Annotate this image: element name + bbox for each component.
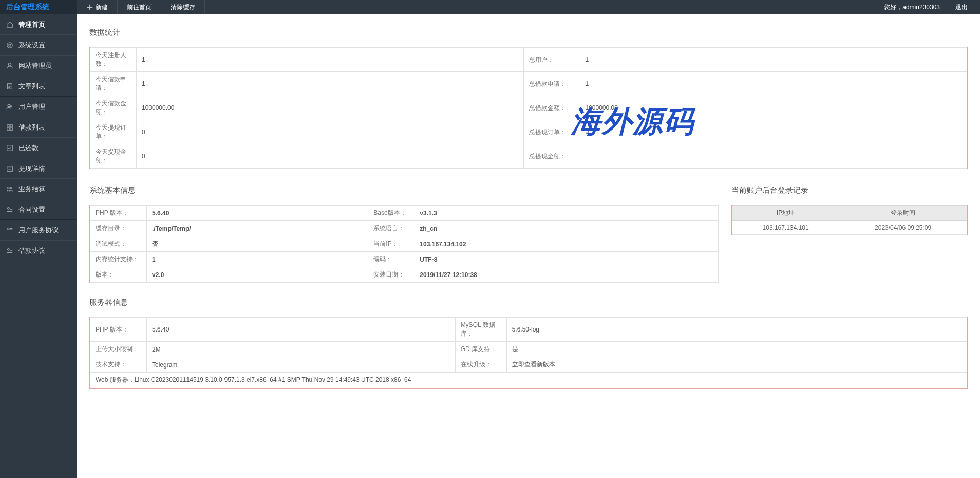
sysbasic-label: 内存统计支持： [90, 252, 147, 267]
sidebar-item-site-admin[interactable]: 网站管理员 [0, 56, 77, 76]
server-label: 上传大小限制： [90, 342, 147, 357]
sidebar-item-label: 业务结算 [18, 185, 45, 194]
sysbasic-value: 2019/11/27 12:10:38 [414, 267, 719, 283]
server-label: GD 库支持： [455, 342, 506, 357]
server-section-title: 服务器信息 [89, 298, 968, 307]
sidebar-item-label: 文章列表 [18, 82, 45, 91]
sidebar-item-loan-agreement[interactable]: 借款协议 [0, 241, 77, 261]
sysbasic-value: v3.1.3 [414, 206, 719, 221]
sysbasic-label: 安装日期： [368, 267, 414, 283]
stats-value: 1000000.00 [580, 96, 967, 120]
sysbasic-value: 103.167.134.102 [414, 236, 719, 252]
svg-point-14 [8, 207, 10, 209]
svg-rect-6 [7, 124, 9, 126]
stats-value: 1 [137, 48, 524, 72]
server-label: 技术支持： [90, 357, 147, 373]
sysbasic-label: 编码： [368, 252, 414, 267]
logout-button[interactable]: 退出 [955, 3, 968, 12]
sysbasic-value: v2.0 [147, 267, 368, 283]
sidebar-item-article-list[interactable]: 文章列表 [0, 76, 77, 97]
stats-label: 今天借款申请： [90, 72, 137, 96]
sysbasic-table: PHP 版本：5.6.40Base版本：v3.1.3缓存目录：./Temp/Te… [90, 205, 719, 283]
login-table: IP地址 登录时间 103.167.134.1012023/04/06 09:2… [732, 205, 967, 235]
clear-cache-label: 清除缓存 [171, 3, 195, 12]
sidebar-item-system-settings[interactable]: 系统设置 [0, 35, 77, 56]
server-value: 5.6.50-log [506, 318, 967, 342]
svg-point-15 [8, 228, 10, 230]
sysbasic-row: 调试模式：否当前IP：103.167.134.102 [90, 236, 719, 252]
stats-label: 今天注册人数： [90, 48, 137, 72]
sysbasic-row: PHP 版本：5.6.40Base版本：v3.1.3 [90, 206, 719, 221]
sidebar-item-label: 提现详情 [18, 164, 45, 173]
sidebar: 管理首页 系统设置 网站管理员 文章列表 用户管理 借款列表 已还款 提现详情 [0, 14, 77, 478]
home-icon [6, 21, 13, 28]
team-icon [6, 186, 13, 193]
sidebar-item-label: 用户管理 [18, 102, 45, 112]
sidebar-item-label: 借款协议 [18, 246, 45, 255]
sysbasic-value: UTF-8 [414, 252, 719, 267]
sysbasic-label: PHP 版本： [90, 206, 147, 221]
stats-value: 1 [580, 48, 967, 72]
server-value[interactable]: 立即查看新版本 [506, 357, 967, 373]
gear-icon [6, 42, 13, 49]
stats-value: 0 [137, 120, 524, 144]
document-icon [6, 83, 13, 90]
sidebar-item-user-manage[interactable]: 用户管理 [0, 97, 77, 117]
svg-point-0 [9, 44, 11, 46]
stats-value: 1 [580, 72, 967, 96]
plus-icon [86, 4, 93, 11]
loginrec-section-title: 当前账户后台登录记录 [731, 186, 968, 195]
svg-point-4 [8, 104, 10, 106]
server-value: 是 [506, 342, 967, 357]
stats-value: 1000000.00 [137, 96, 524, 120]
server-value[interactable]: Telegram [147, 357, 456, 373]
new-button[interactable]: 新建 [77, 0, 118, 14]
main-content: 海外源码 数据统计 今天注册人数：1总用户：1今天借款申请：1总借款申请：1今天… [77, 14, 980, 478]
stats-label: 总用户： [523, 48, 580, 72]
server-value: 5.6.40 [147, 318, 456, 342]
sidebar-item-user-agreement[interactable]: 用户服务协议 [0, 220, 77, 241]
stats-label: 今天提现订单： [90, 120, 137, 144]
server-value: 2M [147, 342, 456, 357]
stats-row: 今天提现金额：0总提现金额： [90, 144, 967, 169]
sidebar-item-repaid[interactable]: 已还款 [0, 138, 77, 158]
svg-rect-10 [7, 145, 13, 151]
server-table: PHP 版本：5.6.40MySQL 数据库：5.6.50-log上传大小限制：… [90, 317, 967, 388]
svg-rect-7 [10, 124, 12, 126]
sysbasic-label: 缓存目录： [90, 221, 147, 236]
stats-label: 今天提现金额： [90, 144, 137, 169]
stats-label: 总提现订单： [523, 120, 580, 144]
sidebar-item-contract-settings[interactable]: 合同设置 [0, 199, 77, 220]
stats-panel: 今天注册人数：1总用户：1今天借款申请：1总借款申请：1今天借款金额：10000… [89, 47, 968, 169]
login-header-ip: IP地址 [732, 206, 839, 221]
check-icon [6, 144, 13, 152]
clear-cache-button[interactable]: 清除缓存 [161, 0, 205, 14]
sidebar-item-business-settlement[interactable]: 业务结算 [0, 179, 77, 199]
stats-table: 今天注册人数：1总用户：1今天借款申请：1总借款申请：1今天借款金额：10000… [90, 47, 967, 169]
sysbasic-label: 当前IP： [368, 236, 414, 252]
sysbasic-panel: PHP 版本：5.6.40Base版本：v3.1.3缓存目录：./Temp/Te… [89, 205, 719, 283]
login-header-time: 登录时间 [839, 206, 967, 221]
brand-title: 后台管理系统 [0, 0, 77, 14]
sidebar-item-label: 借款列表 [18, 123, 45, 132]
sidebar-item-dashboard[interactable]: 管理首页 [0, 14, 77, 35]
greeting-text: 您好，admin230303 [884, 3, 940, 12]
sidebar-item-loan-list[interactable]: 借款列表 [0, 117, 77, 138]
stats-label: 总借款申请： [523, 72, 580, 96]
sysbasic-section-title: 系统基本信息 [89, 186, 719, 195]
contract-icon [6, 206, 13, 213]
svg-rect-11 [7, 166, 13, 171]
sysbasic-value: ./Temp/Temp/ [147, 221, 368, 236]
server-web-value: Web 服务器：Linux C20230201114519 3.10.0-957… [90, 373, 967, 388]
sidebar-item-label: 网站管理员 [18, 61, 52, 70]
stats-label: 总借款金额： [523, 96, 580, 120]
top-right: 您好，admin230303 退出 [869, 0, 980, 14]
stats-value: 0 [580, 120, 967, 144]
top-bar: 后台管理系统 新建 前往首页 清除缓存 您好，admin230303 退出 [0, 0, 980, 14]
loan-agreement-icon [6, 247, 13, 254]
sysbasic-row: 内存统计支持：1编码：UTF-8 [90, 252, 719, 267]
users-icon [6, 103, 13, 111]
grid-icon [6, 124, 13, 131]
goto-home-button[interactable]: 前往首页 [118, 0, 161, 14]
sidebar-item-withdraw-detail[interactable]: 提现详情 [0, 158, 77, 179]
